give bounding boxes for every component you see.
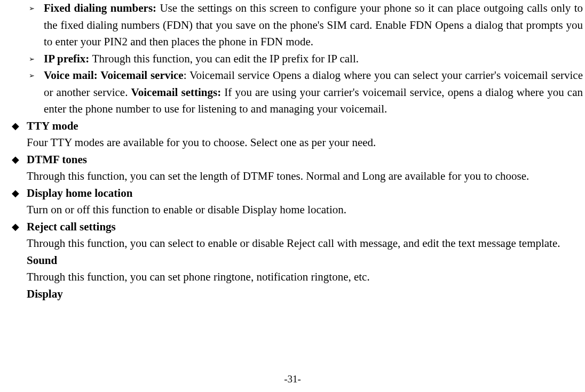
arrow-icon: ➢ xyxy=(29,0,44,14)
vm-label2: Voicemail settings: xyxy=(131,86,225,99)
list-item-ip: ➢ IP prefix: Through this function, you … xyxy=(29,51,583,68)
dhl-label: Display home location xyxy=(27,187,132,199)
tty-block: TTY mode Four TTY modes are available fo… xyxy=(27,118,583,151)
reject-body: Through this function, you can select to… xyxy=(27,237,560,250)
ip-text: IP prefix: Through this function, you ca… xyxy=(44,51,583,68)
diamond-icon: ◆ xyxy=(12,219,27,234)
voicemail-text: Voice mail: Voicemail service: Voicemail… xyxy=(44,67,583,118)
ip-body: Through this function, you can edit the … xyxy=(92,52,359,65)
vm-label1: Voice mail: Voicemail service xyxy=(44,69,184,82)
display-block: Display xyxy=(27,286,583,303)
reject-label: Reject call settings xyxy=(27,220,116,233)
diamond-icon: ◆ xyxy=(12,185,27,201)
page-number: -31- xyxy=(0,372,585,387)
list-item-voicemail: ➢ Voice mail: Voicemail service: Voicema… xyxy=(29,67,583,118)
list-item-dhl: ◆ Display home location Turn on or off t… xyxy=(12,185,583,219)
tty-label: TTY mode xyxy=(27,119,78,132)
dtmf-block: DTMF tones Through this function, you ca… xyxy=(27,151,583,185)
list-item-fdn: ➢ Fixed dialing numbers: Use the setting… xyxy=(29,0,583,51)
arrow-icon: ➢ xyxy=(29,51,44,65)
dhl-body: Turn on or off this function to enable o… xyxy=(27,203,346,216)
sound-block: Sound Through this function, you can set… xyxy=(27,252,583,286)
dtmf-body: Through this function, you can set the l… xyxy=(27,170,529,182)
dhl-block: Display home location Turn on or off thi… xyxy=(27,185,583,219)
sound-body: Through this function, you can set phone… xyxy=(27,270,370,283)
arrow-icon: ➢ xyxy=(29,67,44,81)
list-item-tty: ◆ TTY mode Four TTY modes are available … xyxy=(12,118,583,151)
diamond-icon: ◆ xyxy=(12,118,27,133)
diamond-icon: ◆ xyxy=(12,151,27,167)
fdn-label: Fixed dialing numbers: xyxy=(44,2,160,14)
sound-label: Sound xyxy=(27,254,57,267)
tty-body: Four TTY modes are available for you to … xyxy=(27,136,376,149)
ip-label: IP prefix: xyxy=(44,52,92,65)
fdn-text: Fixed dialing numbers: Use the settings … xyxy=(44,0,583,51)
list-item-dtmf: ◆ DTMF tones Through this function, you … xyxy=(12,151,583,185)
display-label: Display xyxy=(27,287,63,300)
list-item-reject: ◆ Reject call settings Through this func… xyxy=(12,219,583,252)
dtmf-label: DTMF tones xyxy=(27,153,87,166)
reject-block: Reject call settings Through this functi… xyxy=(27,219,583,252)
